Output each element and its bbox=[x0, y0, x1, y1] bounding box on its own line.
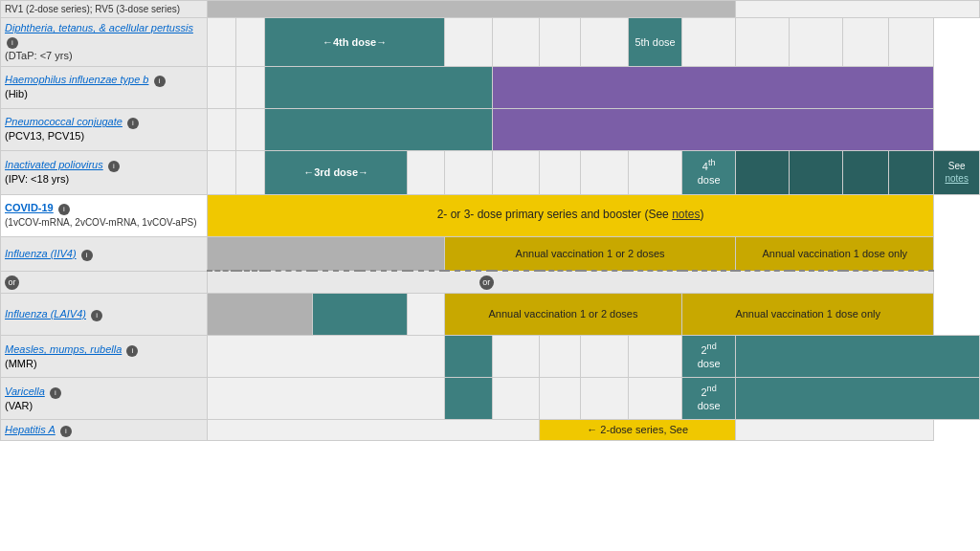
flu-laiv4-row: Influenza (LAIV4) i Annual vaccination 1… bbox=[1, 294, 980, 336]
pcv-subtext: (PCV13, PCV15) bbox=[5, 130, 84, 142]
hepa-name-cell: Hepatitis A i bbox=[1, 420, 208, 441]
hib-subtext: (Hib) bbox=[5, 88, 28, 99]
hepa-info-icon[interactable]: i bbox=[60, 426, 72, 437]
dtap-17-18yr bbox=[888, 18, 933, 67]
pcv-name-cell: Pneumococcal conjugate i (PCV13, PCV15) bbox=[1, 108, 208, 150]
flu-laiv4-info-icon[interactable]: i bbox=[91, 310, 102, 321]
ipv-dose3: ←3rd dose→ bbox=[303, 166, 368, 178]
dtap-name-cell: Diphtheria, tetanus, & acellular pertuss… bbox=[1, 18, 208, 67]
dtap-row: Diphtheria, tetanus, & acellular pertuss… bbox=[1, 18, 980, 67]
or-badge: or bbox=[5, 276, 19, 290]
dtap-info-icon[interactable]: i bbox=[7, 37, 18, 49]
var-row: Varicella i (VAR) 2nddose bbox=[1, 378, 980, 420]
dtap-11-12yr bbox=[736, 18, 790, 67]
flu-laiv4-right-text: Annual vaccination 1 dose only bbox=[735, 308, 880, 320]
covid-main-cell: 2- or 3- dose primary series and booster… bbox=[207, 194, 934, 236]
flu-iiv4-right-text: Annual vaccination 1 dose only bbox=[762, 248, 907, 259]
flu-iiv4-info-icon[interactable]: i bbox=[81, 250, 93, 261]
flu-iiv4-row: Influenza (IIV4) i Annual vaccination 1 … bbox=[1, 236, 980, 271]
mmr-name-cell: Measles, mumps, rubella i (MMR) bbox=[1, 336, 208, 378]
flu-iiv4-name-cell: Influenza (IIV4) i bbox=[1, 236, 208, 271]
hib-name-cell: Haemophilus influenzae type b i (Hib) bbox=[1, 66, 208, 108]
dtap-15mo bbox=[444, 18, 492, 67]
dtap-7-10yr bbox=[682, 18, 736, 67]
hepa-main-text: ← 2-dose series, See bbox=[587, 424, 688, 435]
hib-link[interactable]: Haemophilus influenzae type b bbox=[5, 74, 148, 85]
rv-name-cell: RV1 (2-dose series); RV5 (3-dose series) bbox=[1, 1, 208, 18]
dtap-16yr bbox=[843, 18, 888, 67]
ipv-subtext: (IPV: <18 yrs) bbox=[5, 173, 69, 185]
hib-info-icon[interactable]: i bbox=[154, 76, 166, 87]
or-cell: or bbox=[1, 271, 208, 294]
var-subtext: (VAR) bbox=[5, 400, 33, 411]
pcv-link[interactable]: Pneumococcal conjugate bbox=[5, 116, 122, 127]
flu-iiv4-left-text: Annual vaccination 1 or 2 doses bbox=[516, 248, 665, 259]
flu-laiv4-left-text: Annual vaccination 1 or 2 doses bbox=[489, 308, 638, 320]
mmr-row: Measles, mumps, rubella i (MMR) 2nddose bbox=[1, 336, 980, 378]
flu-laiv4-link[interactable]: Influenza (LAIV4) bbox=[5, 308, 86, 320]
var-link[interactable]: Varicella bbox=[5, 386, 45, 397]
pcv-row: Pneumococcal conjugate i (PCV13, PCV15) bbox=[1, 108, 980, 150]
mmr-info-icon[interactable]: i bbox=[126, 345, 138, 357]
covid-row: COVID-19 i (1vCOV-mRNA, 2vCOV-mRNA, 1vCO… bbox=[1, 194, 980, 236]
mmr-subtext: (MMR) bbox=[5, 358, 37, 369]
ipv-see-notes-cell: Seenotes bbox=[934, 150, 980, 194]
pcv-info-icon[interactable]: i bbox=[127, 118, 139, 129]
dtap-subtext: (DTaP: <7 yrs) bbox=[5, 50, 73, 61]
hepa-row: Hepatitis A i ← 2-dose series, See bbox=[1, 420, 980, 441]
dtap-birth bbox=[207, 18, 235, 67]
hepa-link[interactable]: Hepatitis A bbox=[5, 424, 56, 435]
flu-laiv4-name-cell: Influenza (LAIV4) i bbox=[1, 294, 208, 336]
var-name-cell: Varicella i (VAR) bbox=[1, 378, 208, 420]
dtap-dose4-text: ←4th dose→ bbox=[323, 36, 387, 48]
rv-row: RV1 (2-dose series); RV5 (3-dose series) bbox=[1, 1, 980, 18]
rv-text: RV1 (2-dose series); RV5 (3-dose series) bbox=[5, 4, 180, 14]
ipv-see-notes: Seenotes bbox=[945, 161, 968, 184]
ipv-row: Inactivated poliovirus i (IPV: <18 yrs) … bbox=[1, 150, 980, 194]
dtap-dose4-cell: ←4th dose→ bbox=[265, 18, 445, 67]
covid-subtext: (1vCOV-mRNA, 2vCOV-mRNA, 1vCOV-aPS) bbox=[5, 217, 197, 228]
or-middle-badge: or bbox=[479, 276, 494, 290]
dtap-1mo bbox=[236, 18, 265, 67]
dtap-19-23mo bbox=[540, 18, 581, 67]
dtap-18mo bbox=[492, 18, 540, 67]
covid-name-cell: COVID-19 i (1vCOV-mRNA, 2vCOV-mRNA, 1vCO… bbox=[1, 194, 208, 236]
dtap-dose5-text: 5th dose bbox=[635, 36, 675, 48]
ipv-link[interactable]: Inactivated poliovirus bbox=[5, 159, 103, 170]
var-info-icon[interactable]: i bbox=[50, 387, 61, 399]
dtap-2-3yr bbox=[581, 18, 629, 67]
ipv-name-cell: Inactivated poliovirus i (IPV: <18 yrs) bbox=[1, 150, 208, 194]
dtap-link[interactable]: Diphtheria, tetanus, & acellular pertuss… bbox=[5, 22, 193, 33]
ipv-info-icon[interactable]: i bbox=[108, 161, 120, 172]
covid-link[interactable]: COVID-19 bbox=[5, 202, 54, 213]
covid-info-icon[interactable]: i bbox=[58, 204, 70, 215]
flu-iiv4-link[interactable]: Influenza (IIV4) bbox=[5, 248, 77, 259]
covid-main-text: 2- or 3- dose primary series and booster… bbox=[437, 208, 704, 221]
dtap-13-15yr bbox=[790, 18, 843, 67]
hib-row: Haemophilus influenzae type b i (Hib) bbox=[1, 66, 980, 108]
or-row: or or bbox=[1, 271, 980, 294]
dtap-dose5-cell: 5th dose bbox=[628, 18, 681, 67]
mmr-link[interactable]: Measles, mumps, rubella bbox=[5, 343, 122, 355]
